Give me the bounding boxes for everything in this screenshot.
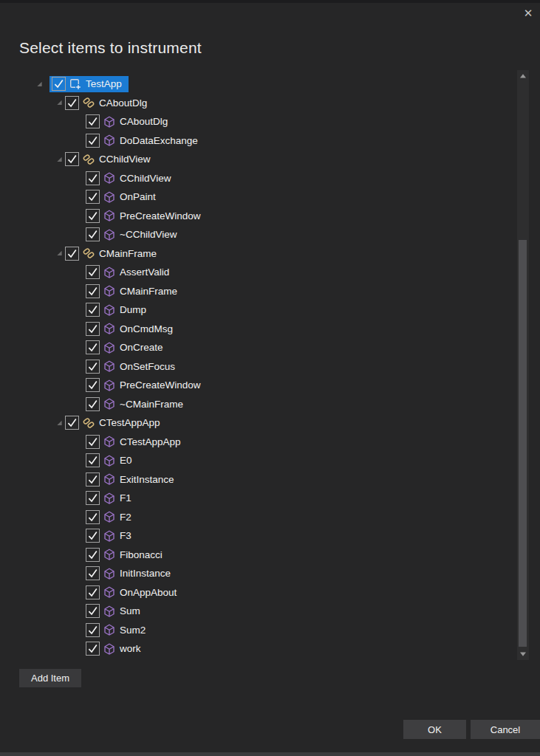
item-checkbox-checked[interactable]	[86, 322, 100, 336]
item-checkbox-checked[interactable]	[86, 114, 100, 128]
item-checkbox-checked[interactable]	[86, 171, 100, 185]
scroll-up-icon[interactable]	[517, 70, 529, 82]
expander-expanded-icon[interactable]	[56, 250, 63, 257]
method-icon	[103, 229, 115, 241]
tree-item-cchildview[interactable]: CChildView	[0, 150, 516, 169]
item-checkbox-checked[interactable]	[86, 340, 100, 354]
tree-item-work[interactable]: work	[0, 639, 516, 659]
add-item-button[interactable]: Add Item	[19, 669, 81, 687]
tree-item-label: CTestAppApp	[120, 436, 181, 447]
item-checkbox-checked[interactable]	[86, 435, 100, 449]
method-icon	[103, 304, 115, 316]
tree-row-content: PreCreateWindow	[83, 377, 208, 394]
tree-item-label: Dump	[120, 304, 146, 315]
item-checkbox-checked[interactable]	[65, 152, 79, 166]
item-checkbox-checked[interactable]	[86, 548, 100, 562]
tree-item-onpaint[interactable]: OnPaint	[0, 188, 516, 207]
item-checkbox-checked[interactable]	[52, 77, 66, 91]
tree-item-exitinstance[interactable]: ExitInstance	[0, 470, 516, 489]
item-checkbox-checked[interactable]	[86, 190, 100, 204]
scrollbar-thumb[interactable]	[519, 240, 527, 647]
item-checkbox-checked[interactable]	[65, 96, 79, 110]
tree-row-content: InitInstance	[83, 566, 177, 582]
tree-row-content: Fibonacci	[83, 546, 169, 563]
tree-item-dodataexchange[interactable]: DoDataExchange	[0, 131, 516, 151]
item-checkbox-checked[interactable]	[86, 209, 100, 223]
method-icon	[103, 210, 115, 221]
tree-item-f2[interactable]: F2	[0, 508, 516, 527]
item-checkbox-checked[interactable]	[86, 265, 100, 279]
tree-item-f1[interactable]: F1	[0, 489, 516, 508]
tree-item-label: CTestAppApp	[99, 417, 160, 428]
item-checkbox-checked[interactable]	[86, 227, 100, 241]
tree-row-content: OnAppAbout	[83, 584, 183, 600]
ok-button[interactable]: OK	[403, 720, 466, 739]
item-checkbox-checked[interactable]	[86, 397, 100, 411]
dialog-bottom-border	[0, 752, 540, 756]
tree-item-caboutdlg[interactable]: CAboutDlg	[0, 112, 516, 131]
tree-item-precreatewindow[interactable]: PreCreateWindow	[0, 207, 516, 226]
tree-item-cmainframe[interactable]: CMainFrame	[0, 282, 516, 301]
tree-item-cchildview[interactable]: CChildView	[0, 169, 516, 188]
item-checkbox-checked[interactable]	[86, 642, 100, 656]
tree-item-initinstance[interactable]: InitInstance	[0, 564, 516, 583]
tree-item-label: PreCreateWindow	[120, 379, 201, 391]
tree-item--cmainframe[interactable]: ~CMainFrame	[0, 395, 516, 414]
expander-expanded-icon[interactable]	[36, 80, 43, 87]
tree-item-onsetfocus[interactable]: OnSetFocus	[0, 357, 516, 377]
item-checkbox-checked[interactable]	[86, 585, 100, 599]
tree-item-cmainframe[interactable]: CMainFrame	[0, 244, 516, 264]
method-icon	[103, 379, 115, 391]
item-checkbox-checked[interactable]	[86, 529, 100, 543]
tree-item-label: CAboutDlg	[99, 97, 147, 109]
close-icon[interactable]: ✕	[521, 5, 536, 20]
item-checkbox-checked[interactable]	[65, 247, 79, 261]
tree-item-testapp[interactable]: TestApp	[0, 75, 516, 94]
tree-item-sum2[interactable]: Sum2	[0, 621, 516, 640]
method-icon	[103, 285, 115, 297]
tree-row-content: ExitInstance	[83, 471, 181, 487]
expander-expanded-icon[interactable]	[56, 419, 63, 426]
tree-item-sum[interactable]: Sum	[0, 602, 516, 621]
tree-row-content: Sum	[83, 603, 147, 619]
tree-item-oncmdmsg[interactable]: OnCmdMsg	[0, 320, 516, 339]
scroll-down-icon[interactable]	[517, 648, 529, 660]
item-checkbox-checked[interactable]	[86, 472, 100, 487]
item-checkbox-checked[interactable]	[86, 303, 100, 317]
tree-item-assertvalid[interactable]: AssertValid	[0, 263, 516, 282]
item-checkbox-checked[interactable]	[86, 360, 100, 374]
item-checkbox-checked[interactable]	[86, 604, 100, 618]
method-icon	[103, 342, 115, 354]
item-checkbox-checked[interactable]	[86, 453, 100, 467]
vertical-scrollbar[interactable]	[517, 70, 529, 660]
item-checkbox-checked[interactable]	[86, 378, 100, 392]
tree-item-ctestappapp[interactable]: CTestAppApp	[0, 413, 516, 433]
tree-item-onappabout[interactable]: OnAppAbout	[0, 583, 516, 602]
item-checkbox-checked[interactable]	[86, 623, 100, 637]
tree-item-label: ~CChildView	[120, 229, 177, 240]
item-checkbox-checked[interactable]	[86, 134, 100, 148]
expander-expanded-icon[interactable]	[56, 100, 63, 106]
tree-item-fibonacci[interactable]: Fibonacci	[0, 546, 516, 565]
item-checkbox-checked[interactable]	[86, 510, 100, 524]
item-checkbox-checked[interactable]	[65, 416, 79, 430]
tree-row-content: PreCreateWindow	[83, 207, 208, 224]
method-icon	[103, 568, 115, 580]
tree-item-label: CMainFrame	[99, 248, 157, 259]
tree-item-dump[interactable]: Dump	[0, 300, 516, 320]
class-icon	[83, 247, 95, 259]
tree-item-precreatewindow[interactable]: PreCreateWindow	[0, 376, 516, 395]
tree-item-caboutdlg[interactable]: CAboutDlg	[0, 94, 516, 113]
item-checkbox-checked[interactable]	[86, 491, 100, 505]
tree-item--cchildview[interactable]: ~CChildView	[0, 225, 516, 244]
item-checkbox-checked[interactable]	[86, 566, 100, 580]
method-icon	[103, 360, 115, 372]
class-icon	[83, 97, 95, 109]
item-checkbox-checked[interactable]	[86, 284, 100, 298]
tree-item-f3[interactable]: F3	[0, 526, 516, 546]
cancel-button[interactable]: Cancel	[471, 720, 540, 739]
tree-item-oncreate[interactable]: OnCreate	[0, 338, 516, 357]
expander-expanded-icon[interactable]	[56, 156, 63, 162]
tree-item-e0[interactable]: E0	[0, 451, 516, 470]
tree-item-ctestappapp[interactable]: CTestAppApp	[0, 433, 516, 452]
